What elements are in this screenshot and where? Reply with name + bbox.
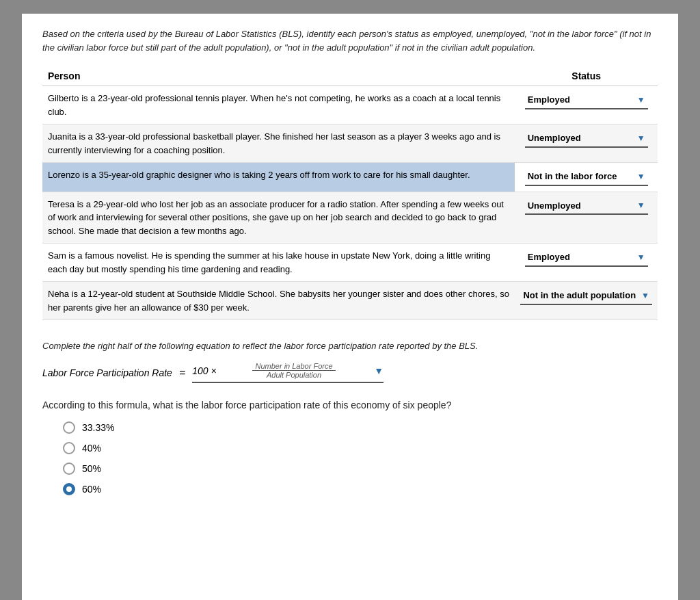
radio-item-opt3[interactable]: 50% bbox=[63, 462, 658, 475]
person-header: Person bbox=[42, 66, 515, 86]
equals-sign: = bbox=[179, 367, 185, 379]
radio-label-opt4: 60% bbox=[82, 484, 101, 495]
table-row-teresa: Teresa is a 29-year-old who lost her job… bbox=[42, 192, 658, 244]
formula-label: Labor Force Participation Rate bbox=[42, 367, 172, 378]
main-page: Based on the criteria used by the Bureau… bbox=[22, 14, 678, 600]
radio-label-opt3: 50% bbox=[82, 463, 101, 474]
person-cell-sam: Sam is a famous novelist. He is spending… bbox=[42, 244, 515, 282]
dropdown-arrow-icon-sam: ▼ bbox=[637, 251, 645, 263]
person-cell-lorenzo: Lorenzo is a 35-year-old graphic designe… bbox=[42, 163, 515, 192]
answer-options: 33.33%40%50%60% bbox=[63, 421, 658, 495]
status-label-teresa: Unemployed bbox=[528, 199, 581, 213]
radio-item-opt1[interactable]: 33.33% bbox=[63, 421, 658, 434]
status-label-lorenzo: Not in the labor force bbox=[528, 170, 617, 183]
formula-fraction: Number in Labor Force Adult Population bbox=[252, 362, 335, 379]
formula-dropdown-arrow-icon[interactable]: ▼ bbox=[374, 365, 383, 376]
status-dropdown-lorenzo[interactable]: Not in the labor force▼ bbox=[525, 168, 648, 186]
status-label-neha: Not in the adult population bbox=[523, 289, 636, 302]
radio-label-opt2: 40% bbox=[82, 443, 101, 454]
status-cell-teresa[interactable]: Unemployed▼ bbox=[515, 192, 658, 244]
radio-label-opt1: 33.33% bbox=[82, 422, 114, 433]
radio-circle-opt1[interactable] bbox=[63, 421, 75, 434]
radio-circle-opt2[interactable] bbox=[63, 442, 75, 454]
formula-fraction-container[interactable]: 100 × Number in Labor Force Adult Popula… bbox=[192, 362, 383, 383]
denominator: Adult Population bbox=[264, 371, 324, 379]
person-cell-juanita: Juanita is a 33-year-old professional ba… bbox=[42, 125, 515, 163]
formula-row: Labor Force Participation Rate = 100 × N… bbox=[42, 362, 658, 383]
status-table: Person Status Gilberto is a 23-year-old … bbox=[42, 66, 658, 320]
status-cell-gilberto[interactable]: Employed▼ bbox=[515, 86, 658, 125]
radio-item-opt2[interactable]: 40% bbox=[63, 442, 658, 454]
table-row-sam: Sam is a famous novelist. He is spending… bbox=[42, 244, 658, 282]
table-row-gilberto: Gilberto is a 23-year-old professional t… bbox=[42, 86, 658, 125]
radio-item-opt4[interactable]: 60% bbox=[63, 483, 658, 495]
dropdown-arrow-icon-neha: ▼ bbox=[641, 289, 649, 302]
status-cell-neha[interactable]: Not in the adult population▼ bbox=[515, 282, 658, 320]
status-cell-lorenzo[interactable]: Not in the labor force▼ bbox=[515, 163, 658, 192]
radio-circle-opt4[interactable] bbox=[63, 483, 75, 495]
status-dropdown-juanita[interactable]: Unemployed▼ bbox=[525, 130, 648, 148]
dropdown-arrow-icon-teresa: ▼ bbox=[637, 199, 645, 211]
complete-text: Complete the right half of the following… bbox=[42, 341, 658, 351]
status-label-gilberto: Employed bbox=[528, 93, 570, 107]
table-row-neha: Neha is a 12-year-old student at Southsi… bbox=[42, 282, 658, 320]
status-dropdown-teresa[interactable]: Unemployed▼ bbox=[525, 198, 648, 216]
radio-circle-opt3[interactable] bbox=[63, 462, 75, 475]
person-cell-teresa: Teresa is a 29-year-old who lost her job… bbox=[42, 192, 515, 244]
status-label-juanita: Unemployed bbox=[528, 131, 581, 145]
status-cell-juanita[interactable]: Unemployed▼ bbox=[515, 125, 658, 163]
dropdown-arrow-icon-lorenzo: ▼ bbox=[637, 170, 645, 183]
dropdown-arrow-icon-gilberto: ▼ bbox=[637, 94, 645, 106]
person-cell-gilberto: Gilberto is a 23-year-old professional t… bbox=[42, 86, 515, 125]
status-label-sam: Employed bbox=[528, 250, 570, 264]
table-row-juanita: Juanita is a 33-year-old professional ba… bbox=[42, 125, 658, 163]
numerator: Number in Labor Force bbox=[252, 362, 335, 371]
person-cell-neha: Neha is a 12-year-old student at Southsi… bbox=[42, 282, 515, 320]
status-dropdown-neha[interactable]: Not in the adult population▼ bbox=[520, 287, 652, 305]
status-dropdown-gilberto[interactable]: Employed▼ bbox=[525, 92, 648, 109]
table-row-lorenzo: Lorenzo is a 35-year-old graphic designe… bbox=[42, 163, 658, 192]
hundred-x: 100 × bbox=[192, 365, 216, 376]
dropdown-arrow-icon-juanita: ▼ bbox=[637, 132, 645, 144]
status-header: Status bbox=[515, 66, 658, 86]
status-dropdown-sam[interactable]: Employed▼ bbox=[525, 249, 648, 267]
intro-text: Based on the criteria used by the Bureau… bbox=[42, 27, 658, 54]
question-text: According to this formula, what is the l… bbox=[42, 400, 658, 410]
status-cell-sam[interactable]: Employed▼ bbox=[515, 244, 658, 282]
